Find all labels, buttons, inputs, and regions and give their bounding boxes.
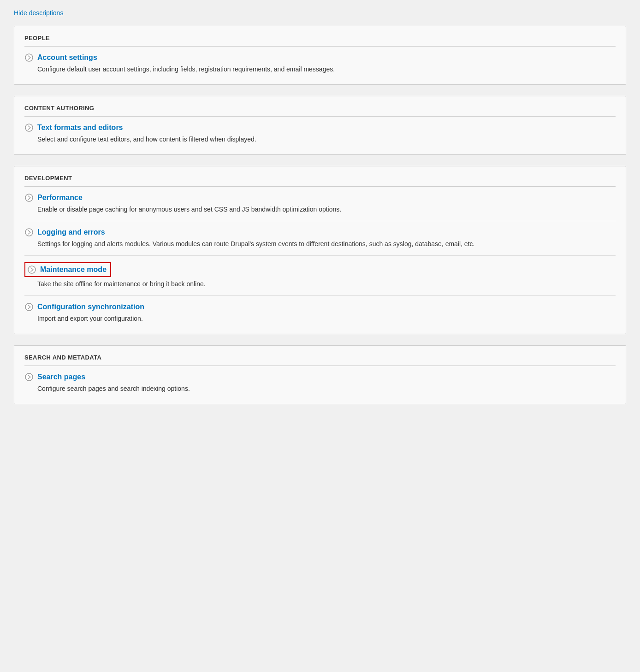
svg-point-0 (25, 54, 33, 61)
section-card-people: PEOPLE Account settingsConfigure default… (14, 26, 626, 85)
setting-description-logging-errors: Settings for logging and alerts modules.… (37, 239, 616, 249)
item-divider (24, 255, 616, 256)
section-divider (24, 116, 616, 117)
setting-description-account-settings: Configure default user account settings,… (37, 65, 616, 74)
chevron-right-icon (24, 302, 34, 312)
chevron-right-icon (24, 193, 34, 202)
setting-item-header-logging-errors: Logging and errors (24, 228, 616, 237)
section-card-development: DEVELOPMENT PerformanceEnable or disable… (14, 166, 626, 334)
setting-item-header-configuration-synchronization: Configuration synchronization (24, 302, 616, 312)
setting-link-maintenance-mode[interactable]: Maintenance mode (40, 265, 107, 274)
section-divider (24, 186, 616, 187)
section-title-search-metadata: SEARCH AND METADATA (24, 354, 616, 361)
section-title-development: DEVELOPMENT (24, 175, 616, 182)
svg-point-4 (28, 266, 36, 273)
setting-item-header-performance: Performance (24, 193, 616, 202)
hide-descriptions-link[interactable]: Hide descriptions (14, 9, 63, 17)
setting-item-search-pages: Search pagesConfigure search pages and s… (24, 372, 616, 394)
section-card-content-authoring: CONTENT AUTHORING Text formats and edito… (14, 96, 626, 155)
setting-link-search-pages[interactable]: Search pages (37, 373, 85, 381)
setting-description-configuration-synchronization: Import and export your configuration. (37, 314, 616, 324)
chevron-right-icon (24, 53, 34, 62)
setting-item-account-settings: Account settingsConfigure default user a… (24, 53, 616, 74)
section-divider (24, 46, 616, 47)
section-divider (24, 365, 616, 366)
setting-item-logging-errors: Logging and errorsSettings for logging a… (24, 228, 616, 249)
maintenance-mode-highlight-box: Maintenance mode (24, 262, 111, 277)
item-divider (24, 221, 616, 221)
setting-description-maintenance-mode: Take the site offline for maintenance or… (37, 279, 616, 289)
setting-item-header-account-settings: Account settings (24, 53, 616, 62)
section-card-search-metadata: SEARCH AND METADATA Search pagesConfigur… (14, 345, 626, 404)
sections-container: PEOPLE Account settingsConfigure default… (14, 26, 626, 404)
setting-item-header-search-pages: Search pages (24, 372, 616, 382)
section-title-content-authoring: CONTENT AUTHORING (24, 105, 616, 112)
setting-item-text-formats-editors: Text formats and editorsSelect and confi… (24, 123, 616, 144)
setting-description-performance: Enable or disable page caching for anony… (37, 205, 616, 214)
setting-link-account-settings[interactable]: Account settings (37, 53, 97, 62)
svg-point-6 (25, 373, 33, 381)
setting-description-search-pages: Configure search pages and search indexi… (37, 384, 616, 394)
setting-description-text-formats-editors: Select and configure text editors, and h… (37, 135, 616, 144)
setting-item-maintenance-mode: Maintenance modeTake the site offline fo… (24, 262, 616, 289)
svg-point-5 (25, 303, 33, 311)
chevron-right-icon (24, 228, 34, 237)
section-title-people: PEOPLE (24, 35, 616, 41)
maintenance-mode-header: Maintenance mode (24, 262, 616, 277)
item-divider (24, 295, 616, 296)
svg-point-1 (25, 124, 33, 131)
setting-link-text-formats-editors[interactable]: Text formats and editors (37, 124, 123, 132)
svg-point-2 (25, 194, 33, 201)
setting-item-configuration-synchronization: Configuration synchronizationImport and … (24, 302, 616, 324)
setting-link-performance[interactable]: Performance (37, 194, 83, 202)
setting-item-performance: PerformanceEnable or disable page cachin… (24, 193, 616, 214)
setting-item-header-text-formats-editors: Text formats and editors (24, 123, 616, 132)
chevron-right-icon (24, 123, 34, 132)
svg-point-3 (25, 229, 33, 236)
setting-link-configuration-synchronization[interactable]: Configuration synchronization (37, 303, 144, 311)
chevron-right-icon (24, 372, 34, 382)
chevron-right-icon (27, 265, 36, 274)
setting-link-logging-errors[interactable]: Logging and errors (37, 228, 105, 236)
